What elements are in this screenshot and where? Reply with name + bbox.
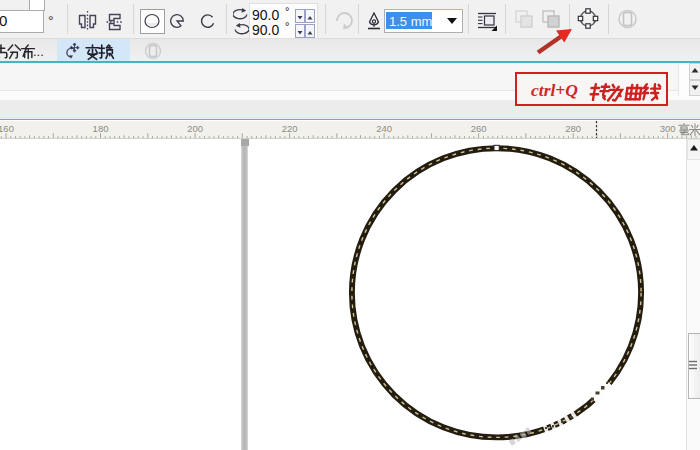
svg-text:200: 200 — [187, 123, 203, 134]
svg-text:180: 180 — [93, 123, 109, 134]
svg-text:220: 220 — [282, 123, 298, 134]
svg-text:160: 160 — [0, 123, 14, 134]
